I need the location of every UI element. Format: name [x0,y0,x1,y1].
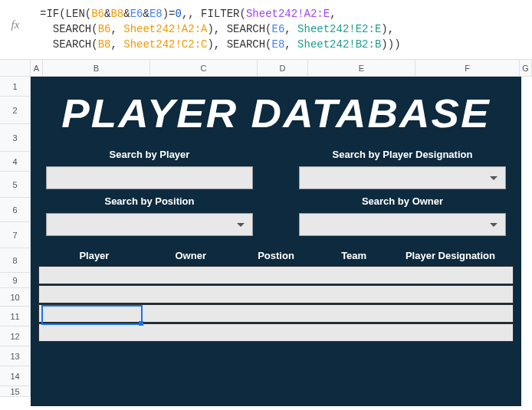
th-team: Team [313,250,394,261]
cells-area[interactable]: PLAYER DATABASE Search by Player Search … [31,77,532,397]
col-header-f[interactable]: F [415,60,520,77]
formula-bar: fx =IF(LEN(B6&B8&E6&E8)=0,, FILTER(Sheet… [0,0,532,60]
chevron-down-icon [490,223,498,227]
table-row[interactable] [38,304,514,323]
player-database-panel: PLAYER DATABASE Search by Player Search … [31,77,521,406]
formula-ref: Sheet242!B2:B [297,38,381,51]
col-header-g[interactable]: G [520,60,532,77]
panel-title: PLAYER DATABASE [18,77,532,144]
th-designation: Player Designation [395,250,506,261]
formula-text: SEARCH( [40,23,98,35]
formula-text: ), [381,23,394,35]
search-position-label: Search by Position [104,195,194,207]
chevron-down-icon [237,223,245,227]
formula-text: )= [163,8,176,20]
row-header-7[interactable]: 7 [0,222,31,248]
row-header-13[interactable]: 13 [0,346,31,366]
result-rows [31,266,521,342]
formula-input[interactable]: =IF(LEN(B6&B8&E6&E8)=0,, FILTER(Sheet242… [31,3,532,55]
formula-ref: Sheet242!C2:C [123,38,207,51]
formula-ref: Sheet242!A2:A [123,23,207,35]
col-header-c[interactable]: C [150,60,258,77]
formula-ref: Sheet242!E2:E [297,23,381,35]
row-header-10[interactable]: 10 [0,288,31,307]
row-header-5[interactable]: 5 [0,172,31,198]
col-header-a[interactable]: A [31,60,43,77]
row-header-15[interactable]: 15 [0,386,31,397]
chevron-down-icon [490,176,498,180]
search-player-input[interactable] [46,166,253,189]
formula-ref: B6 [91,8,104,20]
formula-ref: E6 [271,23,284,35]
fx-icon: fx [0,3,31,31]
formula-num: 0 [176,8,182,20]
formula-text: =IF(LEN( [40,8,91,20]
formula-text: ), SEARCH( [207,23,271,35]
table-row[interactable] [38,266,514,284]
column-headers: A B C D E F G [31,60,532,77]
col-header-d[interactable]: D [258,60,308,77]
th-player: Player [46,250,143,261]
search-position-select[interactable] [46,213,253,236]
formula-text: , [330,8,336,20]
row-header-8[interactable]: 8 [0,248,31,273]
search-owner-select[interactable] [299,213,506,236]
formula-ref: B8 [98,38,111,51]
formula-ref: E6 [130,8,143,20]
table-row[interactable] [38,285,514,303]
search-designation-select[interactable] [299,166,506,189]
th-position: Postion [239,250,314,261]
formula-ref: E8 [149,8,163,20]
col-header-b[interactable]: B [43,60,150,77]
formula-ref: B6 [98,23,111,35]
formula-text: ,, FILTER( [182,8,246,20]
formula-ref: B8 [110,8,123,20]
row-header-6[interactable]: 6 [0,198,31,222]
search-owner-label: Search by Owner [362,195,443,207]
row-header-11[interactable]: 11 [0,307,31,326]
table-row[interactable] [38,323,514,342]
row-header-4[interactable]: 4 [0,152,31,172]
spreadsheet-grid: A B C D E F G 1 2 3 4 5 6 7 8 9 10 11 12… [0,60,532,397]
formula-ref: Sheet242!A2:E [246,8,330,20]
row-header-9[interactable]: 9 [0,273,31,288]
result-table-headers: Player Owner Postion Team Player Designa… [31,236,521,266]
th-owner: Owner [143,250,239,261]
formula-text: ), SEARCH( [207,38,271,51]
select-all-corner[interactable] [0,60,31,77]
row-header-12[interactable]: 12 [0,326,31,346]
row-header-14[interactable]: 14 [0,366,31,386]
search-designation-label: Search by Player Designation [333,149,473,160]
formula-text: & [143,8,149,20]
search-player-label: Search by Player [110,149,190,160]
formula-ref: E8 [271,38,284,51]
formula-text: ))) [381,38,400,51]
col-header-e[interactable]: E [308,60,415,77]
formula-text: & [123,8,130,20]
formula-text: SEARCH( [40,38,98,51]
